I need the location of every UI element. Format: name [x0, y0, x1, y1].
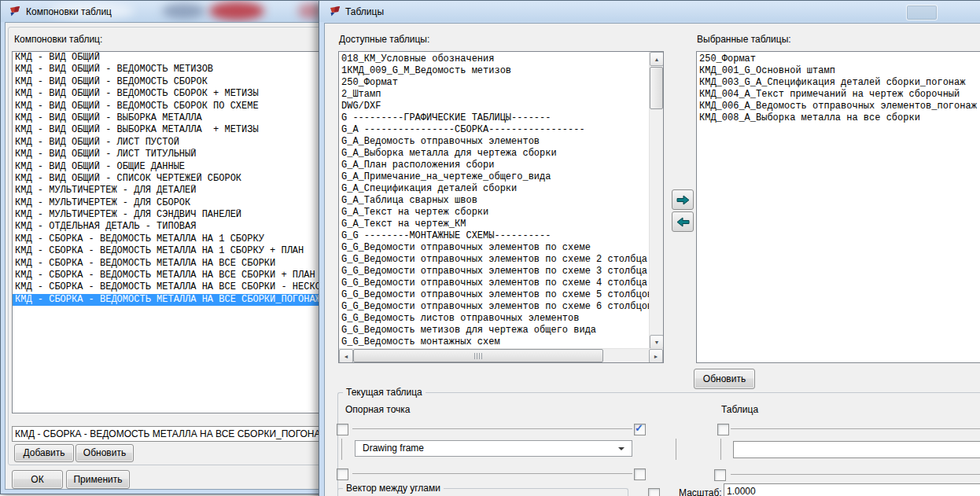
table-input[interactable]	[733, 441, 980, 458]
list-item[interactable]: G_A_Ведомость отправочных элементов	[339, 136, 650, 148]
list-item[interactable]: G_G_Ведомость листов отправочных элемент…	[339, 313, 650, 325]
scale-label: Масштаб:	[679, 487, 722, 496]
move-right-button[interactable]	[672, 189, 694, 210]
list-item[interactable]: G_G_Ведомости отправочных элементов по с…	[339, 277, 650, 289]
vector-groupbox: Вектор между углами	[337, 488, 628, 496]
list-item[interactable]: КМД - ВИД ОБЩИЙ - ВЕДОМОСТЬ СБОРОК + МЕТ…	[13, 88, 324, 100]
titlebar-blur-blob	[209, 2, 264, 20]
anchor-combobox[interactable]: Drawing frame	[355, 440, 632, 457]
close-button[interactable]	[906, 5, 938, 20]
scale-checkbox[interactable]	[648, 488, 660, 496]
scroll-down-button[interactable]: ▼	[650, 335, 664, 349]
list-item[interactable]: G_G_Ведомости отправочных элементов по с…	[339, 289, 650, 301]
list-item[interactable]: КМД_003_G_A_Спецификация деталей сборки_…	[697, 77, 980, 89]
tables-dialog-titlebar[interactable]: Таблицы	[319, 1, 980, 22]
list-item[interactable]: G_A ----------------СБОРКА--------------…	[339, 124, 650, 136]
list-item[interactable]: G_A_Текст на чертеж_КМ	[339, 219, 650, 230]
connector-line	[676, 439, 676, 460]
list-item[interactable]: 250_Формат	[339, 77, 650, 89]
anchor-point-label: Опорная точка	[345, 404, 411, 415]
list-item[interactable]: 2_Штамп	[339, 89, 650, 101]
available-tables-list[interactable]: 018_КМ_Условные обозначения1КМД_009_G_M_…	[338, 51, 664, 363]
list-item[interactable]: КМД - ВИД ОБЩИЙ - ОБЩИЕ ДАННЫЕ	[13, 161, 324, 173]
list-item[interactable]: G ---------ГРАФИЧЕСКИЕ ТАБЛИЦЫ-------	[339, 112, 650, 124]
list-item[interactable]: КМД - СБОРКА - ВЕДОМОСТЬ МЕТАЛЛА НА 1 СБ…	[13, 245, 324, 257]
anchor-combobox-value: Drawing frame	[363, 443, 424, 454]
layouts-list[interactable]: КМД - ВИД ОБЩИЙКМД - ВИД ОБЩИЙ - ВЕДОМОС…	[12, 51, 324, 413]
list-item[interactable]: G_G_Ведомость монтажных схем	[339, 336, 650, 348]
list-item[interactable]: G_A_Спецификация деталей сборки	[339, 183, 650, 195]
list-item[interactable]: G_G_Ведомости отправочных элементов по с…	[339, 242, 650, 254]
separator-line	[352, 428, 632, 429]
list-item[interactable]: КМД - ВИД ОБЩИЙ - ВЕДОМОСТЬ МЕТИЗОВ	[13, 64, 324, 75]
list-item[interactable]: G_A_План расположения сбори	[339, 160, 650, 171]
list-item[interactable]: КМД - ВИД ОБЩИЙ - ЛИСТ ПУСТОЙ	[13, 137, 324, 149]
list-item[interactable]: КМД - СБОРКА - ВЕДОМОСТЬ МЕТАЛЛА НА ВСЕ …	[13, 270, 324, 281]
move-right-icon	[676, 195, 690, 205]
list-item[interactable]: КМД - ВИД ОБЩИЙ - ВЫБОРКА МЕТАЛЛА + МЕТИ…	[13, 124, 324, 136]
list-item[interactable]: G_G_Ведомости отправочных элементов по с…	[339, 266, 650, 277]
vector-group-label: Вектор между углами	[343, 483, 444, 494]
list-item[interactable]: КМД - ВИД ОБЩИЙ - ВЕДОМОСТЬ СБОРОК	[13, 76, 324, 88]
list-item[interactable]: G_G_Ведомости отправочных элементов по с…	[339, 254, 650, 266]
list-item[interactable]: КМД - СБОРКА - ВЕДОМОСТЬ МЕТАЛЛА НА 1 СБ…	[13, 233, 324, 245]
scroll-right-button[interactable]: ►	[649, 349, 663, 363]
connector-line	[341, 439, 342, 460]
refresh-tables-button[interactable]: Обновить	[694, 369, 755, 389]
vertical-scrollbar[interactable]: ▲ ▼	[649, 52, 663, 349]
list-item[interactable]: 250_Формат	[697, 53, 980, 65]
list-item[interactable]: G_G_Ведомости отправочных элементов по с…	[339, 301, 650, 313]
anchor-right-checkbox[interactable]	[634, 424, 646, 435]
table-left-checkbox[interactable]	[717, 424, 729, 435]
update-button[interactable]: Обновить	[76, 444, 134, 462]
list-item[interactable]: КМД - ВИД ОБЩИЙ - СПИСОК ЧЕРТЕЖЕЙ СБОРОК	[13, 173, 324, 185]
list-item[interactable]: КМД - СБОРКА - ВЕДОМОСТЬ МЕТАЛЛА НА ВСЕ …	[13, 258, 324, 270]
list-item[interactable]: КМД - МУЛЬТИЧЕРТЕЖ - ДЛЯ СБОРОК	[13, 197, 324, 209]
anchor-left-checkbox[interactable]	[337, 424, 348, 435]
scroll-left-button[interactable]: ◄	[339, 349, 353, 363]
scroll-thumb[interactable]	[650, 67, 663, 109]
list-item[interactable]: G_A_Текст на чертеж сборки	[339, 207, 650, 219]
list-item[interactable]: КМД - ВИД ОБЩИЙ	[13, 52, 324, 64]
list-item[interactable]: КМД - СБОРКА - ВЕДОМОСТЬ МЕТАЛЛА НА ВСЕ …	[13, 281, 324, 293]
list-item[interactable]: КМД - ВИД ОБЩИЙ - ВЕДОМОСТЬ СБОРОК ПО СХ…	[13, 101, 324, 112]
list-item[interactable]: G_G --------МОНТАЖНЫЕ СХЕМЫ----------	[339, 230, 650, 242]
scale-input[interactable]: 1.0000	[724, 483, 980, 496]
anchor-left-checkbox-2[interactable]	[337, 468, 348, 480]
layout-name-input[interactable]: КМД - СБОРКА - ВЕДОМОСТЬ МЕТАЛЛА НА ВСЕ …	[12, 426, 326, 442]
list-item[interactable]: КМД - ВИД ОБЩИЙ - ЛИСТ ТИТУЛЬНЫЙ	[13, 149, 324, 160]
list-item[interactable]: 018_КМ_Условные обозначения	[339, 53, 650, 65]
add-button[interactable]: Добавить	[14, 444, 74, 462]
list-item[interactable]: G_A_Выборка металла для чертежа сборки	[339, 148, 650, 160]
list-item[interactable]: КМД_001_G_Основной штамп	[697, 65, 980, 77]
list-item[interactable]: КМД_004_A_Текст примечаний на чертеж сбо…	[697, 89, 980, 101]
selected-tables-label: Выбранные таблицы:	[697, 34, 791, 45]
list-item[interactable]: КМД - СБОРКА - ВЕДОМОСТЬ МЕТАЛЛА НА ВСЕ …	[13, 294, 324, 306]
separator-line	[352, 473, 632, 474]
list-item[interactable]: 1КМД_009_G_M_Ведомость метизов	[339, 65, 650, 77]
selected-tables-list[interactable]: 250_ФорматКМД_001_G_Основной штампКМД_00…	[696, 51, 980, 363]
list-item[interactable]: DWG/DXF	[339, 101, 650, 112]
list-item[interactable]: КМД - МУЛЬТИЧЕРТЕЖ - ДЛЯ СЭНДВИЧ ПАНЕЛЕЙ	[13, 209, 324, 221]
tables-dialog-body: Доступные таблицы: 018_КМ_Условные обозн…	[324, 23, 980, 496]
app-icon	[329, 6, 341, 18]
apply-button[interactable]: Применить	[66, 470, 130, 489]
scroll-up-button[interactable]: ▲	[650, 52, 664, 66]
list-item[interactable]: G_A_Примечание_на_чертеже_общего_вида	[339, 171, 650, 183]
ok-button[interactable]: ОК	[12, 470, 63, 489]
list-item[interactable]: КМД - ОТДЕЛЬНАЯ ДЕТАЛЬ - ТИПОВАЯ	[13, 221, 324, 233]
list-item[interactable]: G_G_Ведомость метизов для чертежа общего…	[339, 325, 650, 336]
anchor-right-checkbox-2[interactable]	[634, 468, 646, 480]
tables-dialog: Таблицы Доступные таблицы: 018_КМ_Условн…	[319, 0, 980, 496]
move-left-button[interactable]	[672, 211, 694, 232]
list-item[interactable]: G_A_Таблица сварных швов	[339, 195, 650, 207]
list-item[interactable]: КМД_006_A_Ведомость отправочных элементо…	[697, 101, 980, 112]
horizontal-scrollbar[interactable]: ◄ ►	[339, 348, 663, 362]
layouts-dialog-titlebar[interactable]: Компоновки таблиц	[1, 1, 323, 22]
list-item[interactable]: КМД - ВИД ОБЩИЙ - ВЫБОРКА МЕТАЛЛА	[13, 112, 324, 124]
layouts-list-label: Компоновки таблиц:	[14, 34, 102, 45]
table-left-checkbox-2[interactable]	[714, 469, 726, 481]
scroll-thumb[interactable]	[353, 349, 603, 362]
list-item[interactable]: КМД - МУЛЬТИЧЕРТЕЖ - ДЛЯ ДЕТАЛЕЙ	[13, 185, 324, 197]
list-item[interactable]: КМД_008_A_Выборка металла на все сборки	[697, 112, 980, 124]
